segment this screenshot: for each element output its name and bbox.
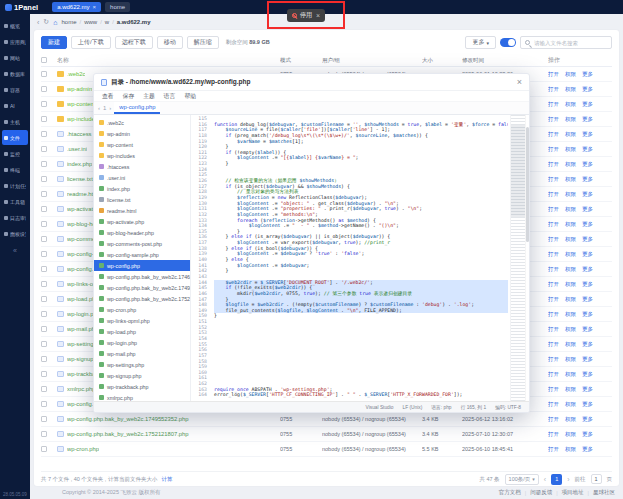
tree-item[interactable]: index.php [94, 183, 190, 194]
goto-page-input[interactable] [591, 474, 602, 484]
row-action-打开[interactable]: 打开 [548, 191, 559, 198]
row-action-更多[interactable]: 更多 [582, 71, 593, 78]
row-checkbox[interactable] [41, 296, 47, 302]
editor-scrollbar[interactable] [525, 115, 529, 401]
sidebar-item-3[interactable]: 数据库 [2, 66, 28, 81]
row-action-更多[interactable]: 更多 [582, 131, 593, 138]
row-checkbox[interactable] [41, 206, 47, 212]
row-checkbox[interactable] [41, 386, 47, 392]
row-action-权限[interactable]: 权限 [565, 161, 576, 168]
row-action-权限[interactable]: 权限 [565, 281, 576, 288]
row-action-打开[interactable]: 打开 [548, 356, 559, 363]
page-size-select[interactable]: 100条/页▾ [505, 474, 539, 485]
row-action-更多[interactable]: 更多 [582, 191, 593, 198]
refresh-icon[interactable]: ↻ [43, 18, 49, 26]
row-action-打开[interactable]: 打开 [548, 101, 559, 108]
row-action-更多[interactable]: 更多 [582, 281, 593, 288]
row-action-更多[interactable]: 更多 [582, 176, 593, 183]
sidebar-item-10[interactable]: 计划任务 [2, 178, 28, 193]
row-action-更多[interactable]: 更多 [582, 311, 593, 318]
row-checkbox[interactable] [41, 101, 47, 107]
row-action-更多[interactable]: 更多 [582, 266, 593, 273]
tree-item[interactable]: wp-content [94, 139, 190, 150]
topbar-tab[interactable]: home [105, 2, 130, 12]
row-checkbox[interactable] [41, 86, 47, 92]
row-action-权限[interactable]: 权限 [565, 221, 576, 228]
row-action-更多[interactable]: 更多 [582, 221, 593, 228]
tree-item[interactable]: wp-load.php [94, 326, 190, 337]
row-checkbox[interactable] [41, 326, 47, 332]
row-action-打开[interactable]: 打开 [548, 416, 559, 423]
footer-link[interactable]: 问题反馈 [530, 489, 552, 496]
row-action-更多[interactable]: 更多 [582, 416, 593, 423]
row-action-权限[interactable]: 权限 [565, 191, 576, 198]
row-action-更多[interactable]: 更多 [582, 296, 593, 303]
calculate-size-link[interactable]: 计算 [161, 476, 172, 483]
row-action-打开[interactable]: 打开 [548, 236, 559, 243]
file-name[interactable]: wp-cron.php [67, 446, 99, 452]
tree-item[interactable]: wp-config.php.bak_by_web2c.1752121807.ph… [94, 293, 190, 304]
row-action-更多[interactable]: 更多 [582, 356, 593, 363]
row-action-打开[interactable]: 打开 [548, 401, 559, 408]
hidden-files-toggle[interactable] [500, 38, 516, 47]
tree-item[interactable]: wp-activate.php [94, 216, 190, 227]
row-action-打开[interactable]: 打开 [548, 146, 559, 153]
row-checkbox[interactable] [41, 416, 47, 422]
tree-item[interactable]: xmlrpc.php [94, 392, 190, 401]
next-page-button[interactable]: › [567, 476, 569, 483]
row-action-更多[interactable]: 更多 [582, 101, 593, 108]
row-checkbox[interactable] [41, 431, 47, 437]
breadcrumb-segment[interactable]: a.wd622.my [117, 19, 151, 25]
row-action-打开[interactable]: 打开 [548, 221, 559, 228]
editor-menu-item[interactable]: 帮助 [184, 92, 196, 101]
row-action-打开[interactable]: 打开 [548, 131, 559, 138]
row-action-打开[interactable]: 打开 [548, 161, 559, 168]
file-name[interactable]: wp-content [67, 101, 95, 107]
file-name[interactable]: wp-admin [67, 86, 92, 92]
row-action-更多[interactable]: 更多 [582, 371, 593, 378]
row-action-权限[interactable]: 权限 [565, 326, 576, 333]
row-action-打开[interactable]: 打开 [548, 446, 559, 453]
page-number[interactable]: 1 [551, 474, 562, 485]
row-action-更多[interactable]: 更多 [582, 236, 593, 243]
row-action-权限[interactable]: 权限 [565, 266, 576, 273]
editor-menu-item[interactable]: 保存 [123, 92, 135, 101]
row-action-打开[interactable]: 打开 [548, 281, 559, 288]
app-logo[interactable]: 1Panel [5, 3, 38, 12]
code-content[interactable]: function debug_log($debugvar, $customFil… [210, 115, 508, 401]
create-button[interactable]: 新建 [41, 36, 67, 49]
editor-menu-item[interactable]: 主题 [143, 92, 155, 101]
row-action-权限[interactable]: 权限 [565, 371, 576, 378]
table-row[interactable]: wp-config.php.bak_by_web2c.1749552352.ph… [41, 412, 612, 427]
sidebar-item-13[interactable]: 面板设置 [2, 226, 28, 241]
row-checkbox[interactable] [41, 251, 47, 257]
row-action-打开[interactable]: 打开 [548, 176, 559, 183]
tree-item[interactable]: wp-config.php.bak_by_web2c.1746957863.ph… [94, 271, 190, 282]
row-action-权限[interactable]: 权限 [565, 86, 576, 93]
row-action-权限[interactable]: 权限 [565, 356, 576, 363]
tree-item[interactable]: .htaccess [94, 161, 190, 172]
row-action-打开[interactable]: 打开 [548, 266, 559, 273]
row-checkbox[interactable] [41, 371, 47, 377]
sidebar-item-9[interactable]: 终端 [2, 162, 28, 177]
tree-item[interactable]: wp-config-sample.php [94, 249, 190, 260]
prev-page-button[interactable]: ‹ [544, 476, 546, 483]
sidebar-item-1[interactable]: 应用商店 [2, 34, 28, 49]
row-action-打开[interactable]: 打开 [548, 116, 559, 123]
row-checkbox[interactable] [41, 71, 47, 77]
row-action-打开[interactable]: 打开 [548, 386, 559, 393]
file-name[interactable]: .user.ini [67, 146, 87, 152]
row-action-权限[interactable]: 权限 [565, 446, 576, 453]
row-action-打开[interactable]: 打开 [548, 86, 559, 93]
row-action-权限[interactable]: 权限 [565, 311, 576, 318]
sidebar-item-0[interactable]: 概览 [2, 18, 28, 33]
more-button[interactable]: 更多▾ [465, 36, 496, 49]
topbar-tab[interactable]: a.wd622.my× [52, 2, 101, 12]
row-checkbox[interactable] [41, 356, 47, 362]
row-action-更多[interactable]: 更多 [582, 326, 593, 333]
row-action-权限[interactable]: 权限 [565, 236, 576, 243]
tree-item[interactable]: wp-blog-header.php [94, 227, 190, 238]
collapse-sidebar-button[interactable]: « [0, 247, 30, 254]
row-action-打开[interactable]: 打开 [548, 371, 559, 378]
row-action-权限[interactable]: 权限 [565, 131, 576, 138]
